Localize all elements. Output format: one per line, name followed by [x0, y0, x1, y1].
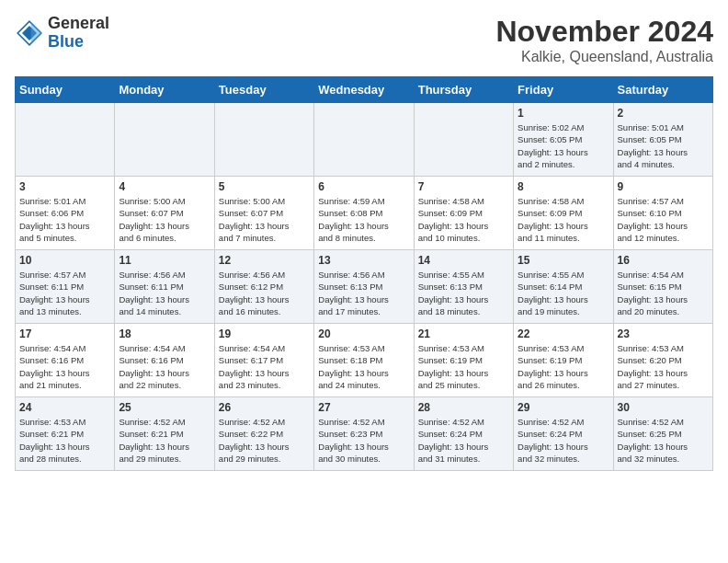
day-info: Sunrise: 4:59 AM Sunset: 6:08 PM Dayligh…: [318, 195, 409, 244]
title-section: November 2024 Kalkie, Queensland, Austra…: [495, 15, 713, 65]
day-number: 9: [618, 180, 709, 193]
day-number: 22: [518, 327, 609, 340]
day-cell-3-3: 20Sunrise: 4:53 AM Sunset: 6:18 PM Dayli…: [314, 324, 414, 397]
day-number: 23: [618, 327, 709, 340]
day-info: Sunrise: 4:53 AM Sunset: 6:19 PM Dayligh…: [518, 342, 609, 391]
day-info: Sunrise: 4:54 AM Sunset: 6:16 PM Dayligh…: [119, 342, 210, 391]
logo-blue-text: Blue: [48, 33, 109, 52]
week-row-1: 1Sunrise: 5:02 AM Sunset: 6:05 PM Daylig…: [16, 103, 713, 177]
day-info: Sunrise: 4:57 AM Sunset: 6:10 PM Dayligh…: [618, 195, 709, 244]
day-number: 19: [219, 327, 310, 340]
day-number: 12: [219, 254, 310, 267]
day-cell-0-2: [214, 103, 313, 177]
day-number: 10: [19, 254, 110, 267]
col-monday: Monday: [115, 77, 214, 103]
day-info: Sunrise: 4:52 AM Sunset: 6:24 PM Dayligh…: [418, 416, 509, 465]
day-cell-2-3: 13Sunrise: 4:56 AM Sunset: 6:13 PM Dayli…: [314, 250, 414, 324]
day-info: Sunrise: 4:52 AM Sunset: 6:21 PM Dayligh…: [119, 416, 210, 465]
day-info: Sunrise: 4:55 AM Sunset: 6:13 PM Dayligh…: [418, 269, 509, 317]
day-info: Sunrise: 4:52 AM Sunset: 6:23 PM Dayligh…: [318, 416, 409, 465]
day-info: Sunrise: 4:54 AM Sunset: 6:15 PM Dayligh…: [618, 269, 709, 317]
day-cell-4-0: 24Sunrise: 4:53 AM Sunset: 6:21 PM Dayli…: [16, 397, 115, 471]
day-number: 5: [219, 180, 310, 193]
day-cell-0-6: 2Sunrise: 5:01 AM Sunset: 6:05 PM Daylig…: [613, 103, 712, 177]
day-cell-3-0: 17Sunrise: 4:54 AM Sunset: 6:16 PM Dayli…: [16, 324, 115, 397]
day-number: 26: [219, 401, 310, 414]
day-info: Sunrise: 4:54 AM Sunset: 6:17 PM Dayligh…: [219, 342, 310, 391]
day-cell-3-2: 19Sunrise: 4:54 AM Sunset: 6:17 PM Dayli…: [214, 324, 313, 397]
day-info: Sunrise: 4:53 AM Sunset: 6:21 PM Dayligh…: [19, 416, 110, 465]
col-thursday: Thursday: [414, 77, 513, 103]
day-cell-3-6: 23Sunrise: 4:53 AM Sunset: 6:20 PM Dayli…: [613, 324, 712, 397]
header-row: Sunday Monday Tuesday Wednesday Thursday…: [16, 77, 713, 103]
day-number: 29: [518, 401, 609, 414]
main-title: November 2024: [495, 15, 713, 49]
day-cell-1-6: 9Sunrise: 4:57 AM Sunset: 6:10 PM Daylig…: [613, 177, 712, 250]
day-info: Sunrise: 4:56 AM Sunset: 6:13 PM Dayligh…: [318, 269, 409, 317]
col-sunday: Sunday: [16, 77, 115, 103]
day-cell-1-3: 6Sunrise: 4:59 AM Sunset: 6:08 PM Daylig…: [314, 177, 414, 250]
day-number: 24: [19, 401, 110, 414]
day-cell-0-0: [16, 103, 115, 177]
week-row-5: 24Sunrise: 4:53 AM Sunset: 6:21 PM Dayli…: [16, 397, 713, 471]
logo: General Blue: [15, 15, 109, 52]
day-number: 14: [418, 254, 509, 267]
day-number: 16: [618, 254, 709, 267]
day-number: 7: [418, 180, 509, 193]
day-cell-1-0: 3Sunrise: 5:01 AM Sunset: 6:06 PM Daylig…: [16, 177, 115, 250]
day-number: 1: [518, 107, 609, 120]
day-cell-2-0: 10Sunrise: 4:57 AM Sunset: 6:11 PM Dayli…: [16, 250, 115, 324]
day-cell-2-2: 12Sunrise: 4:56 AM Sunset: 6:12 PM Dayli…: [214, 250, 313, 324]
day-cell-0-3: [314, 103, 414, 177]
col-friday: Friday: [514, 77, 613, 103]
day-info: Sunrise: 4:56 AM Sunset: 6:11 PM Dayligh…: [119, 269, 210, 317]
day-info: Sunrise: 4:54 AM Sunset: 6:16 PM Dayligh…: [19, 342, 110, 391]
header: General Blue November 2024 Kalkie, Queen…: [15, 15, 713, 65]
day-info: Sunrise: 5:00 AM Sunset: 6:07 PM Dayligh…: [219, 195, 310, 244]
day-cell-4-6: 30Sunrise: 4:52 AM Sunset: 6:25 PM Dayli…: [613, 397, 712, 471]
day-cell-1-5: 8Sunrise: 4:58 AM Sunset: 6:09 PM Daylig…: [514, 177, 613, 250]
day-number: 8: [518, 180, 609, 193]
day-number: 27: [318, 401, 409, 414]
day-number: 6: [318, 180, 409, 193]
day-info: Sunrise: 4:52 AM Sunset: 6:22 PM Dayligh…: [219, 416, 310, 465]
day-info: Sunrise: 4:53 AM Sunset: 6:19 PM Dayligh…: [418, 342, 509, 391]
day-number: 4: [119, 180, 210, 193]
day-info: Sunrise: 4:56 AM Sunset: 6:12 PM Dayligh…: [219, 269, 310, 317]
logo-general-text: General: [48, 15, 109, 33]
day-cell-2-4: 14Sunrise: 4:55 AM Sunset: 6:13 PM Dayli…: [414, 250, 513, 324]
day-number: 30: [618, 401, 709, 414]
svg-marker-2: [31, 21, 41, 45]
day-cell-4-1: 25Sunrise: 4:52 AM Sunset: 6:21 PM Dayli…: [115, 397, 214, 471]
col-saturday: Saturday: [613, 77, 712, 103]
day-number: 17: [19, 327, 110, 340]
day-info: Sunrise: 4:55 AM Sunset: 6:14 PM Dayligh…: [518, 269, 609, 317]
week-row-4: 17Sunrise: 4:54 AM Sunset: 6:16 PM Dayli…: [16, 324, 713, 397]
day-number: 18: [119, 327, 210, 340]
col-wednesday: Wednesday: [314, 77, 414, 103]
day-info: Sunrise: 4:53 AM Sunset: 6:20 PM Dayligh…: [618, 342, 709, 391]
day-cell-4-4: 28Sunrise: 4:52 AM Sunset: 6:24 PM Dayli…: [414, 397, 513, 471]
logo-icon: [15, 18, 44, 48]
calendar-body: 1Sunrise: 5:02 AM Sunset: 6:05 PM Daylig…: [16, 103, 713, 471]
day-info: Sunrise: 4:58 AM Sunset: 6:09 PM Dayligh…: [418, 195, 509, 244]
day-cell-1-2: 5Sunrise: 5:00 AM Sunset: 6:07 PM Daylig…: [214, 177, 313, 250]
day-info: Sunrise: 4:57 AM Sunset: 6:11 PM Dayligh…: [19, 269, 110, 317]
day-cell-3-5: 22Sunrise: 4:53 AM Sunset: 6:19 PM Dayli…: [514, 324, 613, 397]
calendar-header: Sunday Monday Tuesday Wednesday Thursday…: [16, 77, 713, 103]
day-info: Sunrise: 4:58 AM Sunset: 6:09 PM Dayligh…: [518, 195, 609, 244]
day-cell-1-1: 4Sunrise: 5:00 AM Sunset: 6:07 PM Daylig…: [115, 177, 214, 250]
col-tuesday: Tuesday: [214, 77, 313, 103]
subtitle: Kalkie, Queensland, Australia: [495, 49, 713, 65]
day-cell-4-2: 26Sunrise: 4:52 AM Sunset: 6:22 PM Dayli…: [214, 397, 313, 471]
day-cell-4-3: 27Sunrise: 4:52 AM Sunset: 6:23 PM Dayli…: [314, 397, 414, 471]
day-number: 25: [119, 401, 210, 414]
week-row-3: 10Sunrise: 4:57 AM Sunset: 6:11 PM Dayli…: [16, 250, 713, 324]
day-info: Sunrise: 4:52 AM Sunset: 6:25 PM Dayligh…: [618, 416, 709, 465]
day-info: Sunrise: 5:00 AM Sunset: 6:07 PM Dayligh…: [119, 195, 210, 244]
day-cell-2-1: 11Sunrise: 4:56 AM Sunset: 6:11 PM Dayli…: [115, 250, 214, 324]
day-cell-3-4: 21Sunrise: 4:53 AM Sunset: 6:19 PM Dayli…: [414, 324, 513, 397]
day-number: 20: [318, 327, 409, 340]
day-cell-1-4: 7Sunrise: 4:58 AM Sunset: 6:09 PM Daylig…: [414, 177, 513, 250]
calendar-table: Sunday Monday Tuesday Wednesday Thursday…: [15, 76, 713, 471]
